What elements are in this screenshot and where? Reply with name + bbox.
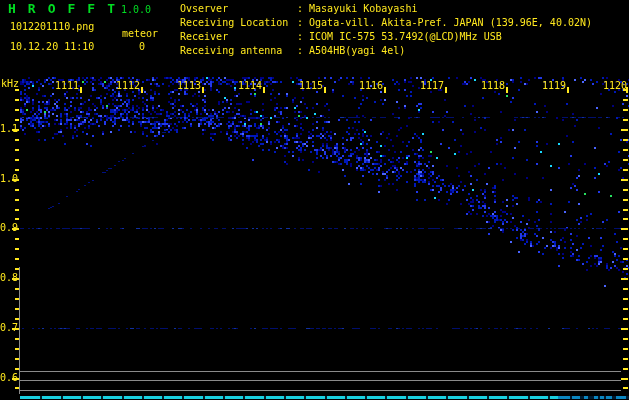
datetime-label: 10.12.20 11:10 [10, 41, 94, 52]
x-tick-label: 1120 [602, 80, 627, 91]
info-label: Receiving Location [180, 17, 297, 28]
y-tick-label: 0.7 [0, 322, 17, 333]
info-row: Receiving antenna: A504HB(yagi 4el) [180, 45, 405, 56]
info-row: Ovserver: Masayuki Kobayashi [180, 3, 417, 14]
y-axis-unit-label: kHz [1, 78, 19, 89]
mode-label: meteor [122, 28, 158, 39]
info-row: Receiving Location: Ogata-vill. Akita-Pr… [180, 17, 592, 28]
info-value: A504HB(yagi 4el) [309, 45, 405, 56]
app-version: 1.0.0 [121, 4, 151, 15]
x-tick-label: 1111 [54, 80, 79, 91]
y-tick-label: 1.1 [0, 123, 17, 134]
info-label: Ovserver [180, 3, 297, 14]
info-row: Receiver: ICOM IC-575 53.7492(@LCD)MHz U… [180, 31, 502, 42]
info-value: ICOM IC-575 53.7492(@LCD)MHz USB [309, 31, 502, 42]
meteor-count: 0 [139, 41, 145, 52]
x-tick-label: 1117 [419, 80, 444, 91]
hrofft-output-screen: HROFFT 1.0.0 1012201110.png meteor 10.12… [0, 0, 629, 400]
info-separator: : [297, 3, 309, 14]
x-tick-label: 1119 [541, 80, 566, 91]
info-separator: : [297, 45, 309, 56]
x-tick-label: 1113 [176, 80, 201, 91]
app-title: HROFFT [8, 2, 127, 15]
x-tick-label: 1115 [298, 80, 323, 91]
output-filename: 1012201110.png [10, 21, 94, 32]
x-tick-label: 1118 [480, 80, 505, 91]
info-label: Receiver [180, 31, 297, 42]
info-value: Masayuki Kobayashi [309, 3, 417, 14]
y-tick-label: 0.9 [0, 222, 17, 233]
info-label: Receiving antenna [180, 45, 297, 56]
info-value: Ogata-vill. Akita-Pref. JAPAN (139.96E, … [309, 17, 592, 28]
x-tick-label: 1116 [358, 80, 383, 91]
y-tick-label: 0.8 [0, 272, 17, 283]
info-separator: : [297, 31, 309, 42]
x-tick-label: 1112 [115, 80, 140, 91]
x-tick-label: 1114 [237, 80, 262, 91]
y-tick-label: 1.0 [0, 173, 17, 184]
info-separator: : [297, 17, 309, 28]
spectrogram-canvas [0, 0, 629, 400]
y-tick-label: 0.6 [0, 372, 17, 383]
